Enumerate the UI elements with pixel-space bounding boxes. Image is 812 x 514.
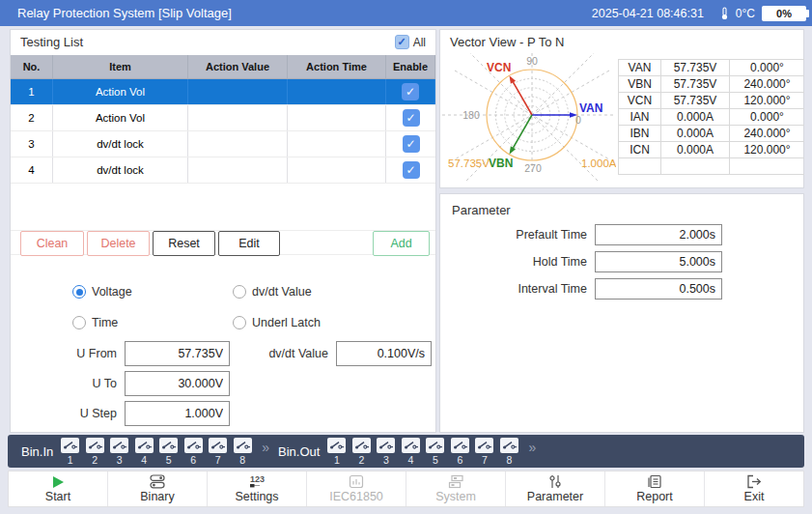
add-button[interactable]: Add [373,231,430,256]
interval-time-input[interactable] [595,278,722,300]
u-step-input[interactable] [125,401,230,426]
phasor-row-vcn: VCN 57.735V 120.000° [619,93,804,109]
table-row[interactable]: 4 dv/dt lock [11,157,435,184]
angle-label-90: 90 [526,55,538,67]
u-from-field-row: U From [11,341,230,366]
phasor-magnitude: 57.735V [661,76,730,92]
cell-enable [386,157,435,183]
system-icon [448,474,464,489]
table-row[interactable]: 3 dv/dt lock [11,131,435,157]
bin-out-channel: 2 [352,438,371,466]
bin-in-channel: 5 [159,438,178,466]
radio-label: dv/dt Value [252,285,312,299]
dvdt-value-field-row: dv/dt Value [242,341,432,366]
radio-label: Time [92,316,118,329]
exit-button[interactable]: Exit [705,471,803,506]
select-all-label: All [413,36,426,49]
clean-button[interactable]: Clean [20,231,84,256]
tool-label: System [435,490,476,503]
u-to-input[interactable] [125,371,230,396]
u-step-label: U Step [11,407,125,420]
start-button[interactable]: Start [9,471,108,506]
cell-action-time [288,157,386,183]
phasor-row-icn: ICN 0.000A 120.000° [619,142,804,158]
phasor-angle: 120.000° [730,142,804,157]
prefault-time-input[interactable] [595,224,722,245]
open-switch-icon [135,438,154,453]
cell-no: 1 [11,79,53,104]
bin-in-expand-chevron[interactable]: » [262,440,268,455]
bin-in-channel: 8 [234,438,252,466]
dvdt-value-input[interactable] [336,341,432,366]
channel-number: 2 [92,454,98,466]
channel-number: 2 [358,454,364,466]
channel-number: 6 [457,454,462,466]
phasor-magnitude: 0.000A [661,109,730,125]
enable-checkbox[interactable] [402,83,419,100]
open-switch-icon [451,438,469,453]
vbn-label: VBN [489,157,513,170]
cell-no: 2 [11,105,53,130]
titlebar: Relay Protection System [Slip Voltage] 2… [0,0,812,26]
enable-checkbox[interactable] [403,135,420,153]
report-button[interactable]: Report [605,471,705,506]
settings-button[interactable]: 123 Settings [208,471,307,506]
vector-view-title: Vector View - P To N [440,30,803,55]
bin-in-channel: 6 [184,438,203,466]
channel-number: 5 [433,454,438,466]
bin-in-channel: 1 [61,438,79,466]
enable-checkbox[interactable] [403,109,420,127]
table-row[interactable]: 1 Action Vol [11,79,435,105]
open-switch-icon [475,438,493,453]
bin-in-label: Bin.In [21,444,53,459]
iec61850-icon [349,474,364,489]
hold-time-input[interactable] [595,251,722,272]
parameter-button[interactable]: Parameter [506,471,605,506]
bin-out-channel: 8 [500,438,518,466]
cell-item: dv/dt lock [53,157,188,183]
delete-button[interactable]: Delete [87,231,150,256]
checkbox-checked-icon [395,35,409,49]
phasor-angle: 240.000° [730,76,804,92]
phasor-row-ian: IAN 0.000A 0.000° [619,109,804,126]
col-header-action-time: Action Time [288,55,386,78]
radio-label: Voltage [92,285,132,299]
phasor-row-ibn: IBN 0.000A 240.000° [619,126,804,142]
play-icon [51,475,65,489]
parameter-sliders-icon [547,474,563,489]
cell-enable [386,105,435,130]
cell-action-value [188,105,288,130]
radio-underl-latch[interactable]: Underl Latch [233,315,321,330]
enable-checkbox[interactable] [403,161,420,179]
phasor-row-vbn: VBN 57.735V 240.000° [619,76,804,93]
radio-voltage[interactable]: Voltage [72,284,132,300]
bin-out-label: Bin.Out [278,444,320,459]
van-label: VAN [579,101,602,115]
phasor-diagram: 90 180 270 0 VCN VAN VBN 57.735V 1.000A [442,53,616,186]
tool-label: Exit [744,490,765,503]
table-row[interactable]: 2 Action Vol [11,105,435,131]
binary-button[interactable]: Binary [108,471,208,506]
testing-list-title: Testing List [11,30,435,55]
channel-number: 6 [190,454,196,466]
phasor-angle: 240.000° [730,126,804,141]
phasor-angle: 120.000° [730,93,804,108]
vcn-label: VCN [487,61,511,74]
select-all-checkbox[interactable]: All [395,35,426,49]
angle-label-270: 270 [524,162,542,174]
channel-number: 5 [166,454,172,466]
u-from-input[interactable] [125,341,230,366]
bin-out-expand-chevron[interactable]: » [528,440,535,455]
phasor-row-van: VAN 57.735V 0.000° [619,60,804,76]
u-from-label: U From [11,347,125,360]
channel-number: 3 [383,454,389,466]
radio-dvdt-value[interactable]: dv/dt Value [233,284,312,300]
reset-button[interactable]: Reset [153,231,215,256]
open-switch-icon [327,438,346,453]
col-header-enable: Enable [386,55,435,78]
edit-button[interactable]: Edit [218,231,280,256]
radio-time[interactable]: Time [72,315,118,330]
channel-number: 1 [334,454,340,466]
bin-out-channel: 4 [402,438,420,466]
u-to-field-row: U To [11,371,230,396]
